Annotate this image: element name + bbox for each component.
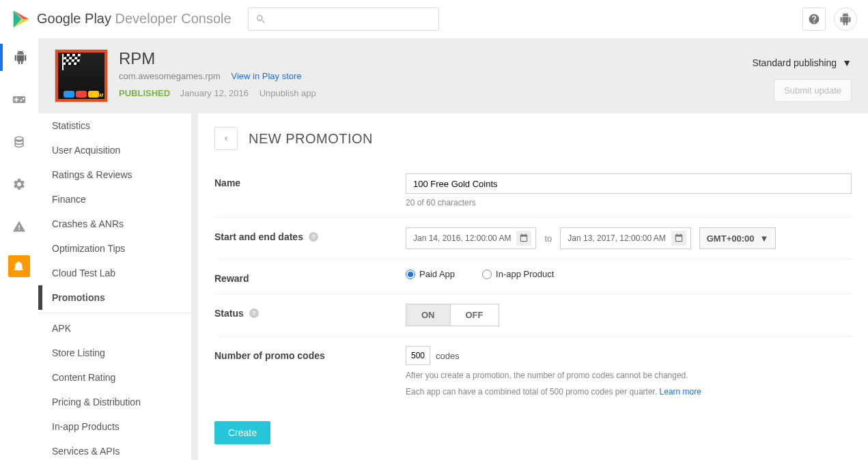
create-button[interactable]: Create: [214, 421, 270, 444]
chevron-down-icon: ▼: [842, 57, 852, 68]
publishing-mode-dropdown[interactable]: Standard publishing ▼: [752, 57, 852, 68]
logo-area: Google Play Developer Console: [11, 9, 232, 29]
help-icon: [808, 13, 820, 25]
label-dates: Start and end dates ?: [214, 227, 406, 242]
help-button[interactable]: [802, 8, 826, 31]
label-reward: Reward: [214, 269, 406, 284]
codes-unit: codes: [436, 351, 460, 361]
app-header: RPM RPM com.awesomegames.rpm View in Pla…: [38, 38, 868, 113]
sidebar-item-promotions[interactable]: Promotions: [38, 285, 191, 310]
chevron-left-icon: [222, 134, 230, 143]
calendar-icon: [671, 231, 686, 246]
search-icon: [255, 14, 266, 25]
app-icon: RPM: [55, 49, 108, 102]
name-input[interactable]: [406, 173, 852, 194]
to-label: to: [544, 233, 552, 244]
label-status: Status ?: [214, 304, 406, 319]
topbar: Google Play Developer Console: [0, 0, 868, 38]
sidebar-item-finance[interactable]: Finance: [38, 187, 191, 212]
rail-games[interactable]: [0, 86, 38, 113]
topbar-right: [802, 8, 857, 31]
help-icon[interactable]: ?: [249, 308, 259, 318]
gamepad-icon: [12, 93, 26, 106]
rail-alerts[interactable]: [0, 213, 38, 240]
search-box[interactable]: [248, 8, 439, 31]
sidebar-item-in-app[interactable]: In-app Products: [38, 414, 191, 439]
label-name: Name: [214, 173, 406, 188]
start-date-picker[interactable]: Jan 14, 2016, 12:00:00 AM: [406, 227, 536, 249]
promo-codes-input[interactable]: [406, 346, 430, 365]
back-button[interactable]: [214, 127, 238, 150]
gear-icon: [12, 177, 26, 191]
learn-more-link[interactable]: Learn more: [660, 387, 701, 397]
app-publish-date: January 12, 2016: [180, 88, 249, 98]
status-on-button[interactable]: ON: [406, 304, 450, 326]
timezone-dropdown[interactable]: GMT+00:00 ▼: [699, 227, 776, 249]
rail-announcements[interactable]: [8, 255, 30, 277]
app-title: RPM: [119, 49, 316, 68]
play-logo-icon: [11, 9, 31, 29]
unpublish-link[interactable]: Unpublish app: [260, 88, 316, 98]
sidebar-item-statistics[interactable]: Statistics: [38, 113, 191, 138]
sidebar-item-pricing[interactable]: Pricing & Distribution: [38, 390, 191, 414]
sidebar-item-content-rating[interactable]: Content Rating: [38, 365, 191, 390]
rail-settings[interactable]: [0, 171, 38, 198]
app-meta: RPM com.awesomegames.rpm View in Play st…: [119, 49, 316, 98]
radio-paid-app[interactable]: Paid App: [406, 269, 455, 279]
header-right: Standard publishing ▼ Submit update: [752, 49, 852, 102]
sidebar-item-store-listing[interactable]: Store Listing: [38, 341, 191, 365]
megaphone-icon: [13, 260, 25, 272]
status-toggle: ON OFF: [406, 304, 499, 326]
sidebar-item-services-apis[interactable]: Services & APIs: [38, 439, 191, 460]
sidebar-item-apk[interactable]: APK: [38, 316, 191, 341]
android-icon: [839, 13, 852, 25]
rail-reports[interactable]: [0, 128, 38, 156]
sidebar-item-ratings-reviews[interactable]: Ratings & Reviews: [38, 162, 191, 187]
label-promo-codes: Number of promo codes: [214, 346, 406, 361]
view-play-store-link[interactable]: View in Play store: [231, 71, 301, 81]
sidebar-item-optimization[interactable]: Optimization Tips: [38, 236, 191, 261]
sidebar-item-cloud-test-lab[interactable]: Cloud Test Lab: [38, 261, 191, 285]
radio-icon: [482, 270, 492, 279]
sidebar-item-crashes-anrs[interactable]: Crashes & ANRs: [38, 212, 191, 236]
brand-text: Google Play Developer Console: [37, 11, 232, 27]
sidebar-item-user-acquisition[interactable]: User Acquisition: [38, 138, 191, 162]
sidebar: Statistics User Acquisition Ratings & Re…: [38, 113, 191, 460]
nav-rail: [0, 38, 38, 460]
status-off-button[interactable]: OFF: [450, 304, 499, 326]
database-icon: [12, 135, 26, 149]
form-panel: NEW PROMOTION Name 20 of 60 characters S…: [198, 113, 868, 460]
calendar-icon: [516, 231, 531, 246]
chevron-down-icon: ▼: [759, 233, 768, 244]
name-char-count: 20 of 60 characters: [406, 198, 852, 207]
radio-inapp-product[interactable]: In-app Product: [482, 269, 554, 279]
android-icon: [14, 51, 27, 64]
radio-icon: [406, 270, 415, 279]
codes-info-2: Each app can have a combined total of 50…: [406, 386, 852, 398]
rail-apps[interactable]: [0, 44, 38, 71]
panel-title: NEW PROMOTION: [249, 131, 373, 147]
app-status: PUBLISHED: [119, 88, 170, 98]
search-input[interactable]: [272, 14, 432, 24]
app-package: com.awesomegames.rpm: [119, 71, 221, 81]
submit-update-button[interactable]: Submit update: [774, 79, 852, 102]
warning-icon: [12, 220, 26, 233]
codes-info-1: After you create a promotion, the number…: [406, 369, 852, 382]
account-button[interactable]: [834, 8, 857, 31]
end-date-picker[interactable]: Jan 13, 2017, 12:00:00 AM: [560, 227, 690, 249]
help-icon[interactable]: ?: [309, 232, 318, 242]
